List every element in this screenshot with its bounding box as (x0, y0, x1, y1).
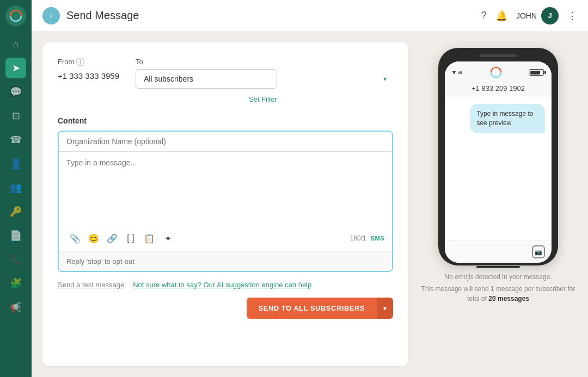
sidebar: ⌂ ➤ 💬 ⊡ ☎ 👤 👥 🔑 📄 📞 🧩 📢 (0, 0, 32, 377)
phone-preview-panel: ▾ ≋ +1 833 209 1902 Type in messa (419, 42, 577, 366)
to-label: To (136, 58, 393, 66)
phone-input-bar: 📷 (445, 240, 552, 263)
sidebar-item-puzzle[interactable]: 🧩 (5, 273, 26, 294)
from-to-row: From i +1 333 333 3959 To All subscriber… (58, 58, 393, 103)
no-emoji-note: No emojis detected in your message. (419, 272, 577, 282)
send-dropdown-button[interactable]: ▾ (377, 298, 393, 319)
toolbar-row: 📎 😊 🔗 [ ] 📋 ✦ 160/1 SMS (59, 225, 392, 251)
phone-frame: ▾ ≋ +1 833 209 1902 Type in messa (438, 48, 558, 265)
to-select[interactable]: All subscribers Specific group Custom fi… (136, 69, 277, 89)
char-count: 160/1 (350, 234, 366, 242)
battery-icon (529, 69, 544, 76)
phone-messages-area: Type in message to see preview (445, 97, 552, 240)
sms-badge: SMS (371, 235, 384, 242)
bracket-button[interactable]: [ ] (122, 230, 139, 247)
user-avatar: J (541, 7, 559, 24)
from-info-icon[interactable]: i (76, 58, 84, 66)
topbar-actions: ? 🔔 JOHN J ⋮ (481, 7, 577, 24)
link-button[interactable]: 🔗 (103, 230, 121, 247)
sidebar-item-send[interactable]: ➤ (5, 58, 26, 78)
sidebar-item-key[interactable]: 🔑 (5, 201, 26, 222)
wifi-icon: ▾ ≋ (452, 69, 463, 76)
phone-logo (488, 65, 504, 80)
phone-preview-number: +1 833 209 1902 (445, 82, 552, 97)
to-field-group: To All subscribers Specific group Custom… (136, 58, 393, 103)
from-number: +1 333 333 3959 (58, 69, 119, 81)
sidebar-item-megaphone[interactable]: 📢 (5, 297, 26, 318)
sidebar-item-chat[interactable]: 💬 (5, 82, 26, 102)
emoji-button[interactable]: 😊 (85, 230, 102, 247)
sidebar-item-group[interactable]: 👥 (5, 177, 26, 198)
preview-message-bubble: Type in message to see preview (470, 104, 545, 133)
from-field-group: From i +1 333 333 3959 (58, 58, 119, 81)
set-filter-link[interactable]: Set Filter (136, 95, 277, 103)
bottom-actions: Send a test message Not sure what to say… (58, 281, 393, 319)
app-logo (5, 5, 26, 26)
page-title: Send Message (66, 9, 481, 22)
send-button-group: SEND TO ALL SUBSCRIBERS ▾ (247, 298, 393, 319)
content-label: Content (58, 116, 393, 125)
user-badge[interactable]: JOHN J (516, 7, 559, 24)
more-icon[interactable]: ⋮ (567, 10, 577, 22)
user-name: JOHN (516, 11, 537, 20)
back-button[interactable]: ‹ (42, 7, 60, 24)
form-panel: From i +1 333 333 3959 To All subscriber… (42, 42, 408, 366)
sidebar-item-inbox[interactable]: ⊡ (5, 106, 26, 126)
clipboard-button[interactable]: 📋 (140, 230, 158, 247)
sidebar-item-voicemail[interactable]: 📞 (5, 249, 26, 270)
bell-icon[interactable]: 🔔 (495, 10, 507, 22)
from-label: From i (58, 58, 119, 66)
message-count-highlight: 20 messages (488, 295, 529, 302)
message-textarea[interactable] (59, 152, 392, 223)
phone-home-bar (476, 266, 520, 268)
send-button[interactable]: SEND TO ALL SUBSCRIBERS (247, 298, 377, 319)
help-icon[interactable]: ? (481, 10, 487, 21)
phone-notch (479, 54, 517, 57)
message-count-note: This message will send 1 message per sub… (419, 284, 577, 304)
phone-status-bar: ▾ ≋ (445, 61, 552, 82)
test-message-link[interactable]: Send a test message (58, 281, 124, 289)
sidebar-item-file[interactable]: 📄 (5, 225, 26, 246)
ai-suggestion-link[interactable]: Not sure what to say? Our AI suggestion … (133, 281, 311, 289)
sidebar-item-contacts[interactable]: 👤 (5, 153, 26, 174)
camera-icon: 📷 (532, 245, 545, 258)
preview-notes: No emojis detected in your message. This… (419, 272, 577, 304)
sidebar-item-home[interactable]: ⌂ (5, 34, 26, 54)
to-select-wrap: All subscribers Specific group Custom fi… (136, 69, 393, 89)
content-box: 📎 😊 🔗 [ ] 📋 ✦ 160/1 SMS Reply 'stop' to … (58, 131, 393, 272)
attach-button[interactable]: 📎 (66, 230, 84, 247)
select-arrow-icon: ▾ (383, 75, 387, 83)
ai-button[interactable]: ✦ (159, 230, 176, 247)
sidebar-item-phone[interactable]: ☎ (5, 129, 26, 150)
org-name-input[interactable] (59, 132, 392, 152)
phone-screen: ▾ ≋ +1 833 209 1902 Type in messa (445, 61, 552, 263)
topbar: ‹ Send Message ? 🔔 JOHN J ⋮ (32, 0, 588, 32)
opt-out-bar: Reply 'stop' to opt-out (59, 251, 392, 271)
main-content: From i +1 333 333 3959 To All subscriber… (32, 32, 588, 377)
